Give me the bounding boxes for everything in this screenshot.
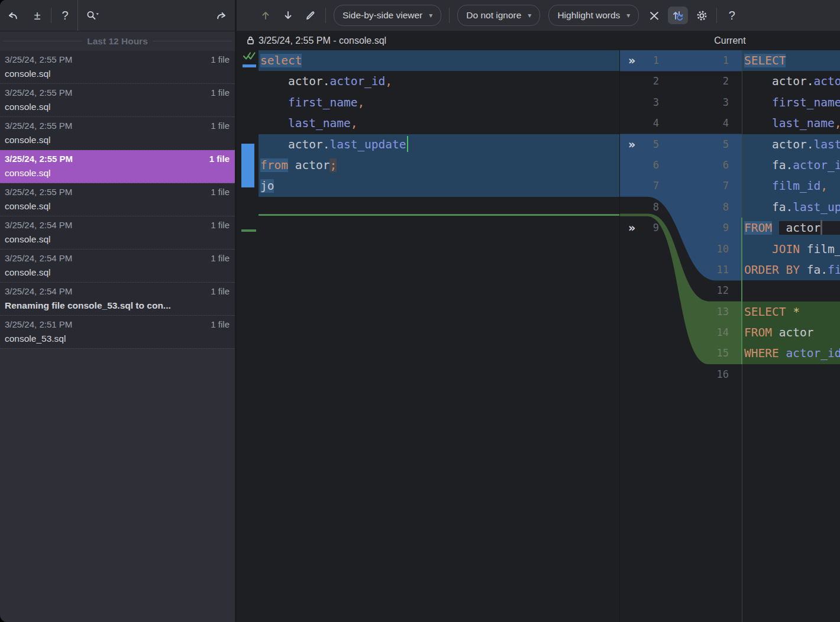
arrow-up-icon	[260, 9, 272, 21]
line-number: 15	[690, 343, 729, 364]
previous-difference-button[interactable]	[254, 5, 277, 25]
diff-settings-button[interactable]	[690, 5, 713, 25]
whitespace-policy-dropdown[interactable]: Do not ignore ▾	[457, 5, 540, 26]
collapse-unchanged-button[interactable]	[643, 5, 665, 25]
edit-source-button[interactable]	[299, 5, 322, 25]
line-number: 4	[690, 113, 729, 134]
item-file-count: 1 file	[209, 152, 230, 166]
item-filename: console.sql	[5, 133, 230, 147]
item-timestamp: 3/25/24, 2:55 PM	[5, 185, 72, 199]
history-item[interactable]: 3/25/24, 2:55 PM1 fileconsole.sql	[0, 117, 235, 150]
line-number: 6	[620, 155, 659, 176]
history-item[interactable]: 3/25/24, 2:55 PM1 fileconsole.sql	[0, 51, 235, 84]
item-timestamp: 3/25/24, 2:55 PM	[5, 119, 72, 133]
revert-button[interactable]	[0, 5, 25, 26]
item-filename: console.sql	[5, 232, 230, 247]
code-line: ORDER BY fa.film_id	[742, 260, 840, 280]
arrow-down-icon	[282, 9, 294, 21]
text-caret	[407, 136, 408, 152]
right-pane-title: Current	[620, 31, 840, 50]
viewer-mode-dropdown[interactable]: Side-by-side viewer ▾	[334, 5, 441, 26]
search-icon	[85, 9, 99, 21]
chevron-down-icon: ▾	[528, 11, 531, 20]
search-options-arrow	[96, 14, 99, 15]
lock-icon	[246, 35, 255, 46]
chevron-down-icon: ▾	[429, 11, 432, 20]
highlight-mode-dropdown[interactable]: Highlight words ▾	[548, 5, 639, 26]
history-item[interactable]: 3/25/24, 2:54 PM1 fileRenaming file cons…	[0, 283, 235, 316]
code-line: first_name,	[742, 92, 840, 113]
history-item[interactable]: 3/25/24, 2:55 PM1 fileconsole.sql	[0, 84, 235, 117]
item-timestamp: 3/25/24, 2:55 PM	[5, 152, 73, 166]
right-line-numbers: 12345678910111213141516	[690, 50, 729, 385]
search-field[interactable]	[77, 0, 235, 31]
history-item[interactable]: 3/25/24, 2:51 PM1 fileconsole_53.sql	[0, 316, 235, 349]
line-number: 9	[690, 218, 729, 238]
history-item[interactable]: 3/25/24, 2:55 PM1 fileconsole.sql	[0, 150, 235, 183]
pencil-icon	[305, 9, 316, 21]
create-patch-button[interactable]: ±	[25, 5, 50, 26]
item-timestamp: 3/25/24, 2:54 PM	[5, 251, 72, 265]
revert-selection-icon[interactable]	[215, 10, 228, 21]
code-line: last_name,	[259, 113, 620, 134]
line-number: 8	[690, 197, 729, 218]
line-number: 7	[690, 176, 729, 196]
line-number: 8	[620, 197, 659, 218]
applied-check-icon	[243, 51, 258, 61]
highlight-mode-label: Highlight words	[557, 10, 620, 21]
apply-change-chevron-icon[interactable]: »	[628, 134, 648, 155]
item-filename: console.sql	[5, 166, 230, 180]
undo-arrow-icon	[7, 10, 19, 21]
line-number: 11	[690, 260, 729, 280]
next-difference-button[interactable]	[277, 5, 299, 25]
line-number: 3	[690, 92, 729, 113]
synchronize-scrolling-toggle[interactable]	[668, 7, 688, 24]
diff-help-button[interactable]: ?	[721, 5, 743, 25]
changed-lines-marker[interactable]	[241, 144, 254, 187]
right-code-pane[interactable]: SELECT actor.actor_id, first_name, last_…	[742, 50, 840, 622]
history-item[interactable]: 3/25/24, 2:54 PM1 fileconsole.sql	[0, 250, 235, 283]
line-number: 7	[620, 176, 659, 196]
inserted-lines-marker[interactable]	[241, 229, 256, 232]
code-line: actor.actor_id,	[742, 71, 840, 92]
diff-header: 3/25/24, 2:55 PM - console.sql Current	[237, 31, 840, 50]
code-line: FROM actor	[742, 322, 840, 343]
toolbar-separator	[325, 8, 326, 23]
item-file-count: 1 file	[211, 251, 230, 265]
item-filename: Renaming file console_53.sql to con...	[5, 299, 230, 313]
history-item[interactable]: 3/25/24, 2:55 PM1 fileconsole.sql	[0, 183, 235, 216]
apply-change-chevron-icon[interactable]: »	[628, 50, 648, 71]
item-file-count: 1 file	[211, 185, 230, 199]
change-marker-underline	[243, 64, 256, 67]
left-code-pane[interactable]: select actor.actor_id, first_name, last_…	[259, 50, 620, 622]
item-file-count: 1 file	[211, 53, 230, 67]
history-section-header: Last 12 Hours	[0, 31, 235, 51]
history-item[interactable]: 3/25/24, 2:54 PM1 fileconsole.sql	[0, 216, 235, 250]
line-number: 14	[690, 322, 729, 343]
code-line: FROM actor	[742, 218, 840, 238]
item-file-count: 1 file	[211, 119, 230, 133]
section-rule-right	[153, 41, 232, 41]
code-line	[259, 218, 620, 238]
line-number: 12	[690, 280, 729, 301]
section-rule-left	[3, 41, 82, 41]
code-line: actor.last_update,	[742, 134, 840, 155]
item-filename: console.sql	[5, 100, 230, 114]
line-number: 10	[690, 239, 729, 260]
item-timestamp: 3/25/24, 2:55 PM	[5, 86, 72, 100]
help-button[interactable]: ?	[53, 5, 77, 26]
history-list: 3/25/24, 2:55 PM1 fileconsole.sql3/25/24…	[0, 51, 235, 349]
item-file-count: 1 file	[211, 86, 230, 100]
apply-change-chevron-icon[interactable]: »	[628, 218, 648, 238]
item-filename: console.sql	[5, 67, 230, 81]
code-line: jo	[259, 176, 620, 196]
line-number: 6	[690, 155, 729, 176]
code-line: WHERE actor_id	[742, 343, 840, 364]
item-file-count: 1 file	[211, 218, 230, 232]
item-timestamp: 3/25/24, 2:54 PM	[5, 284, 72, 299]
local-history-window: ± ? Last 12 Hours 3/25/24, 2:55	[0, 0, 840, 622]
sync-scroll-icon	[671, 9, 684, 22]
code-line: first_name,	[259, 92, 620, 113]
line-number: 4	[620, 113, 659, 134]
viewer-mode-label: Side-by-side viewer	[343, 10, 422, 21]
